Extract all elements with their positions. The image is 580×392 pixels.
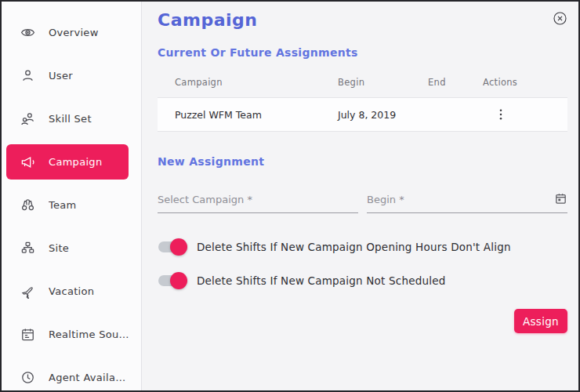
close-icon[interactable] <box>553 11 567 26</box>
main-panel: Campaign Current Or Future Assignments C… <box>142 2 578 390</box>
sidebar-item-label: User <box>49 70 73 82</box>
clock-icon <box>20 370 35 385</box>
sidebar-item-label: Site <box>49 242 69 254</box>
delete-shifts-not-scheduled-toggle[interactable] <box>158 275 185 286</box>
assignments-heading: Current Or Future Assignments <box>158 46 567 59</box>
sidebar-item-agent-availability[interactable]: Agent Availa… <box>2 356 141 390</box>
toggle-label: Delete Shifts If New Campaign Opening Ho… <box>197 241 511 253</box>
kebab-menu-icon[interactable] <box>494 107 508 122</box>
binoculars-icon <box>20 198 35 212</box>
calendar-icon[interactable] <box>554 192 567 205</box>
sidebar-item-vacation[interactable]: Vacation <box>2 270 141 313</box>
sidebar-item-label: Realtime Sou… <box>49 328 129 340</box>
megaphone-icon <box>20 154 35 169</box>
sidebar-item-overview[interactable]: Overview <box>2 11 141 54</box>
sidebar-item-user[interactable]: User <box>2 54 141 97</box>
user-icon <box>20 68 35 83</box>
assignments-table-header: Campaign Begin End Actions <box>158 72 567 93</box>
sidebar-item-campaign[interactable]: Campaign <box>6 144 129 180</box>
sidebar-item-skill-set[interactable]: Skill Set <box>2 97 141 140</box>
new-assignment-heading: New Assignment <box>158 155 567 168</box>
begin-date-input[interactable] <box>367 194 554 205</box>
sidebar: Overview User Skill Set <box>2 2 142 390</box>
page-title: Campaign <box>158 10 567 30</box>
toggle-knob <box>170 238 187 256</box>
row-campaign-value: Puzzel WFM Team <box>158 109 338 121</box>
sidebar-item-team[interactable]: Team <box>2 183 141 227</box>
eye-icon <box>20 25 35 40</box>
sidebar-item-label: Agent Availa… <box>49 372 126 383</box>
column-header-end: End <box>428 77 483 88</box>
toggle-knob <box>170 272 187 289</box>
table-row: Puzzel WFM Team July 8, 2019 <box>158 97 567 132</box>
sidebar-item-label: Team <box>49 199 77 211</box>
sidebar-item-label: Vacation <box>49 285 94 297</box>
column-header-actions: Actions <box>483 77 567 88</box>
select-campaign-field[interactable] <box>158 188 358 213</box>
toggle-row-opening-hours: Delete Shifts If New Campaign Opening Ho… <box>158 241 567 253</box>
column-header-begin: Begin <box>338 77 428 88</box>
skill-set-icon <box>20 111 35 126</box>
calendar-icon <box>20 327 35 342</box>
delete-shifts-opening-hours-toggle[interactable] <box>158 241 185 252</box>
new-assignment-form <box>158 188 567 213</box>
sidebar-item-site[interactable]: Site <box>2 227 141 270</box>
toggle-row-not-scheduled: Delete Shifts If New Campaign Not Schedu… <box>158 274 567 287</box>
begin-date-field[interactable] <box>367 188 567 213</box>
plane-icon <box>20 284 35 299</box>
assign-button[interactable]: Assign <box>514 309 567 333</box>
sitemap-icon <box>20 241 35 256</box>
sidebar-item-realtime-source[interactable]: Realtime Sou… <box>2 313 141 356</box>
column-header-campaign: Campaign <box>158 77 338 88</box>
campaign-settings-window: Overview User Skill Set <box>0 0 580 392</box>
select-campaign-input[interactable] <box>158 194 358 205</box>
toggle-label: Delete Shifts If New Campaign Not Schedu… <box>197 274 445 287</box>
row-begin-value: July 8, 2019 <box>338 109 428 121</box>
sidebar-item-label: Campaign <box>49 156 102 168</box>
sidebar-item-label: Skill Set <box>49 113 92 125</box>
sidebar-item-label: Overview <box>49 27 99 38</box>
